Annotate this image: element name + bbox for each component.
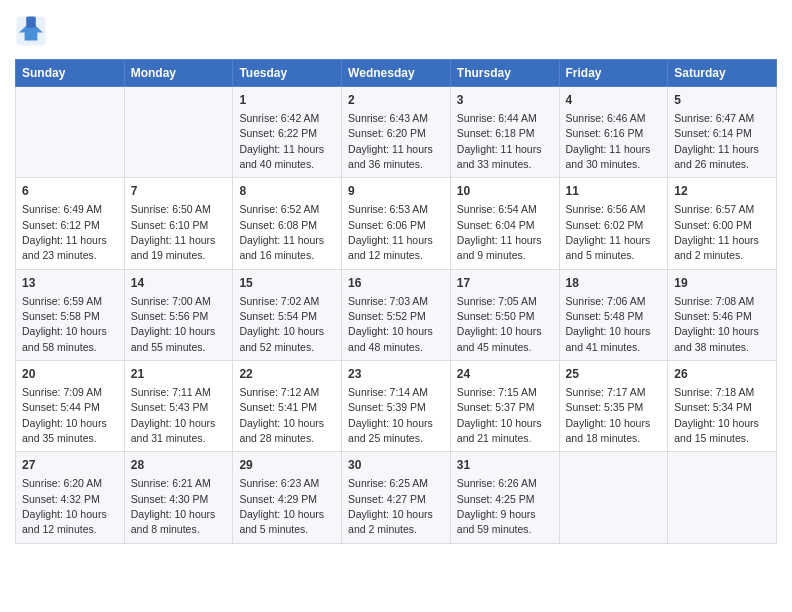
day-cell <box>668 452 777 543</box>
day-cell: 19Sunrise: 7:08 AMSunset: 5:46 PMDayligh… <box>668 269 777 360</box>
sunset-text: Sunset: 5:58 PM <box>22 310 100 322</box>
daylight-text: Daylight: 10 hours and 21 minutes. <box>457 417 542 444</box>
sunset-text: Sunset: 6:00 PM <box>674 219 752 231</box>
day-cell: 23Sunrise: 7:14 AMSunset: 5:39 PMDayligh… <box>342 361 451 452</box>
daylight-text: Daylight: 10 hours and 12 minutes. <box>22 508 107 535</box>
day-cell: 12Sunrise: 6:57 AMSunset: 6:00 PMDayligh… <box>668 178 777 269</box>
day-cell: 15Sunrise: 7:02 AMSunset: 5:54 PMDayligh… <box>233 269 342 360</box>
sunset-text: Sunset: 4:30 PM <box>131 493 209 505</box>
sunset-text: Sunset: 6:16 PM <box>566 127 644 139</box>
day-number: 5 <box>674 92 770 109</box>
sunset-text: Sunset: 5:44 PM <box>22 401 100 413</box>
day-number: 17 <box>457 275 553 292</box>
sunset-text: Sunset: 5:43 PM <box>131 401 209 413</box>
header-cell-friday: Friday <box>559 60 668 87</box>
logo <box>15 15 51 47</box>
day-number: 18 <box>566 275 662 292</box>
sunrise-text: Sunrise: 6:50 AM <box>131 203 211 215</box>
day-cell <box>559 452 668 543</box>
calendar-table: SundayMondayTuesdayWednesdayThursdayFrid… <box>15 59 777 544</box>
daylight-text: Daylight: 11 hours and 2 minutes. <box>674 234 759 261</box>
header-cell-wednesday: Wednesday <box>342 60 451 87</box>
day-number: 21 <box>131 366 227 383</box>
sunrise-text: Sunrise: 7:11 AM <box>131 386 211 398</box>
day-number: 25 <box>566 366 662 383</box>
day-number: 31 <box>457 457 553 474</box>
day-number: 19 <box>674 275 770 292</box>
day-cell: 16Sunrise: 7:03 AMSunset: 5:52 PMDayligh… <box>342 269 451 360</box>
day-number: 16 <box>348 275 444 292</box>
day-number: 11 <box>566 183 662 200</box>
daylight-text: Daylight: 9 hours and 59 minutes. <box>457 508 536 535</box>
sunset-text: Sunset: 6:12 PM <box>22 219 100 231</box>
day-cell: 6Sunrise: 6:49 AMSunset: 6:12 PMDaylight… <box>16 178 125 269</box>
sunrise-text: Sunrise: 6:57 AM <box>674 203 754 215</box>
sunrise-text: Sunrise: 6:53 AM <box>348 203 428 215</box>
sunrise-text: Sunrise: 6:20 AM <box>22 477 102 489</box>
day-cell: 10Sunrise: 6:54 AMSunset: 6:04 PMDayligh… <box>450 178 559 269</box>
daylight-text: Daylight: 11 hours and 36 minutes. <box>348 143 433 170</box>
sunrise-text: Sunrise: 7:05 AM <box>457 295 537 307</box>
daylight-text: Daylight: 10 hours and 28 minutes. <box>239 417 324 444</box>
day-number: 3 <box>457 92 553 109</box>
sunset-text: Sunset: 6:08 PM <box>239 219 317 231</box>
daylight-text: Daylight: 10 hours and 45 minutes. <box>457 325 542 352</box>
sunrise-text: Sunrise: 6:21 AM <box>131 477 211 489</box>
day-cell: 29Sunrise: 6:23 AMSunset: 4:29 PMDayligh… <box>233 452 342 543</box>
sunset-text: Sunset: 4:25 PM <box>457 493 535 505</box>
sunrise-text: Sunrise: 6:47 AM <box>674 112 754 124</box>
sunrise-text: Sunrise: 6:25 AM <box>348 477 428 489</box>
sunrise-text: Sunrise: 7:08 AM <box>674 295 754 307</box>
daylight-text: Daylight: 10 hours and 38 minutes. <box>674 325 759 352</box>
day-number: 9 <box>348 183 444 200</box>
sunset-text: Sunset: 5:52 PM <box>348 310 426 322</box>
week-row-2: 6Sunrise: 6:49 AMSunset: 6:12 PMDaylight… <box>16 178 777 269</box>
page-header <box>15 15 777 47</box>
sunrise-text: Sunrise: 6:46 AM <box>566 112 646 124</box>
day-cell: 14Sunrise: 7:00 AMSunset: 5:56 PMDayligh… <box>124 269 233 360</box>
sunrise-text: Sunrise: 6:54 AM <box>457 203 537 215</box>
day-cell: 9Sunrise: 6:53 AMSunset: 6:06 PMDaylight… <box>342 178 451 269</box>
week-row-5: 27Sunrise: 6:20 AMSunset: 4:32 PMDayligh… <box>16 452 777 543</box>
day-number: 13 <box>22 275 118 292</box>
sunset-text: Sunset: 5:37 PM <box>457 401 535 413</box>
sunrise-text: Sunrise: 6:43 AM <box>348 112 428 124</box>
header-cell-thursday: Thursday <box>450 60 559 87</box>
day-cell: 27Sunrise: 6:20 AMSunset: 4:32 PMDayligh… <box>16 452 125 543</box>
logo-icon <box>15 15 47 47</box>
sunrise-text: Sunrise: 7:17 AM <box>566 386 646 398</box>
sunrise-text: Sunrise: 7:12 AM <box>239 386 319 398</box>
day-cell: 18Sunrise: 7:06 AMSunset: 5:48 PMDayligh… <box>559 269 668 360</box>
sunset-text: Sunset: 5:50 PM <box>457 310 535 322</box>
day-number: 23 <box>348 366 444 383</box>
daylight-text: Daylight: 10 hours and 8 minutes. <box>131 508 216 535</box>
daylight-text: Daylight: 11 hours and 30 minutes. <box>566 143 651 170</box>
sunset-text: Sunset: 5:46 PM <box>674 310 752 322</box>
daylight-text: Daylight: 10 hours and 31 minutes. <box>131 417 216 444</box>
day-cell: 31Sunrise: 6:26 AMSunset: 4:25 PMDayligh… <box>450 452 559 543</box>
day-cell: 13Sunrise: 6:59 AMSunset: 5:58 PMDayligh… <box>16 269 125 360</box>
header-cell-tuesday: Tuesday <box>233 60 342 87</box>
sunrise-text: Sunrise: 6:23 AM <box>239 477 319 489</box>
daylight-text: Daylight: 11 hours and 23 minutes. <box>22 234 107 261</box>
day-number: 8 <box>239 183 335 200</box>
day-number: 15 <box>239 275 335 292</box>
day-cell <box>16 87 125 178</box>
day-number: 26 <box>674 366 770 383</box>
daylight-text: Daylight: 10 hours and 25 minutes. <box>348 417 433 444</box>
daylight-text: Daylight: 11 hours and 9 minutes. <box>457 234 542 261</box>
daylight-text: Daylight: 10 hours and 48 minutes. <box>348 325 433 352</box>
sunset-text: Sunset: 5:34 PM <box>674 401 752 413</box>
sunset-text: Sunset: 6:18 PM <box>457 127 535 139</box>
day-cell: 5Sunrise: 6:47 AMSunset: 6:14 PMDaylight… <box>668 87 777 178</box>
sunset-text: Sunset: 6:22 PM <box>239 127 317 139</box>
day-cell: 2Sunrise: 6:43 AMSunset: 6:20 PMDaylight… <box>342 87 451 178</box>
header-cell-monday: Monday <box>124 60 233 87</box>
day-cell: 20Sunrise: 7:09 AMSunset: 5:44 PMDayligh… <box>16 361 125 452</box>
week-row-4: 20Sunrise: 7:09 AMSunset: 5:44 PMDayligh… <box>16 361 777 452</box>
sunset-text: Sunset: 4:27 PM <box>348 493 426 505</box>
daylight-text: Daylight: 11 hours and 26 minutes. <box>674 143 759 170</box>
day-number: 2 <box>348 92 444 109</box>
sunrise-text: Sunrise: 6:44 AM <box>457 112 537 124</box>
sunset-text: Sunset: 5:54 PM <box>239 310 317 322</box>
